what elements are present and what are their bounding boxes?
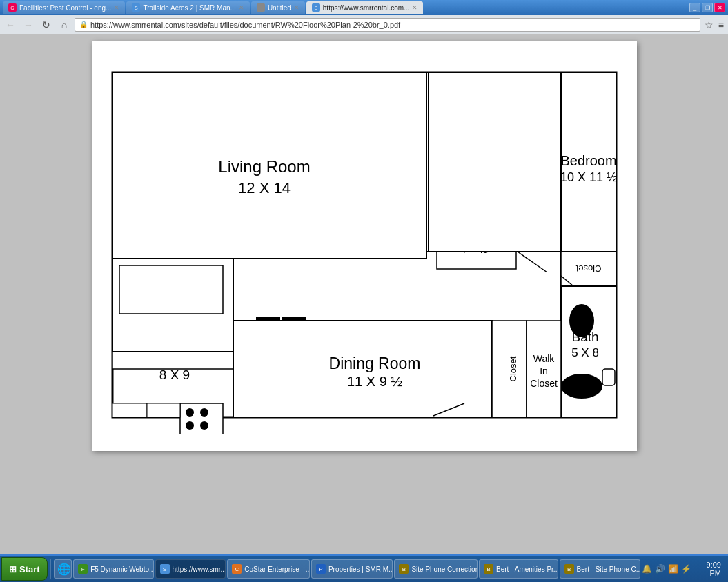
taskbar-bert-phone-item[interactable]: B Bert - Site Phone C...	[560, 559, 641, 579]
svg-point-30	[186, 408, 194, 417]
svg-rect-47	[147, 403, 180, 417]
taskbar-phone-correction-item[interactable]: B Site Phone Correction	[394, 559, 478, 579]
taskbar-properties-item[interactable]: P Properties | SMR M...	[311, 559, 393, 579]
start-logo: ⊞	[9, 564, 17, 574]
tab-1[interactable]: G Facilities: Pest Control - eng... ✕	[3, 1, 125, 14]
tab-4-label: https://www.smrrental.com...	[323, 4, 410, 12]
lock-icon: 🔒	[79, 21, 88, 28]
properties-favicon: P	[316, 564, 326, 574]
smr-favicon: S	[160, 564, 170, 574]
svg-rect-48	[112, 352, 233, 369]
svg-rect-46	[112, 403, 147, 417]
title-bar: G Facilities: Pest Control - eng... ✕ S …	[0, 0, 728, 15]
f5-favicon: F	[78, 564, 88, 574]
svg-rect-28	[119, 265, 223, 314]
start-label: Start	[19, 564, 40, 574]
close-button[interactable]: ✕	[714, 3, 725, 12]
svg-text:10 X 11 ½: 10 X 11 ½	[560, 170, 616, 184]
tab-1-label: Facilities: Pest Control - eng...	[19, 4, 111, 12]
costar-favicon: C	[232, 564, 242, 574]
taskbar: ⊞ Start 🌐 F F5 Dynamic Webto... S https:…	[0, 554, 728, 582]
minimize-button[interactable]: _	[689, 3, 700, 12]
f5-label: F5 Dynamic Webto...	[90, 565, 153, 573]
home-button[interactable]: ⌂	[57, 17, 72, 32]
svg-text:Bedroom: Bedroom	[560, 153, 616, 168]
tray-icon-4: ⚡	[681, 563, 691, 574]
pdf-page: Living Room 12 X 14 Bedroom 10 X 10 Clos…	[92, 41, 637, 451]
tab-3-label: Untitled	[268, 4, 291, 12]
properties-label: Properties | SMR M...	[328, 565, 393, 573]
tray-icon-1: 🔔	[642, 563, 652, 574]
taskbar-costar-item[interactable]: C CoStar Enterprise - ...	[227, 559, 310, 579]
bert-amenities-label: Bert - Amenities Pr...	[496, 565, 558, 573]
taskbar-smr-item[interactable]: S https://www.smr...	[155, 559, 226, 579]
tab-3[interactable]: · Untitled ✕	[251, 1, 305, 14]
menu-icon[interactable]: ≡	[717, 18, 725, 32]
tray-icon-2: 🔊	[655, 563, 665, 574]
svg-text:In: In	[540, 365, 548, 377]
ie-icon: 🌐	[57, 563, 71, 576]
tab-1-favicon: G	[8, 3, 17, 12]
svg-text:Closet: Closet	[530, 378, 558, 389]
forward-button[interactable]: →	[21, 17, 36, 32]
bert-phone-label: Bert - Site Phone C...	[577, 565, 641, 573]
svg-point-31	[200, 408, 208, 417]
bookmark-icon[interactable]: ☆	[703, 18, 715, 32]
svg-text:Closet: Closet	[575, 263, 601, 274]
svg-text:11 X 9 ½: 11 X 9 ½	[346, 374, 402, 389]
bert-phone-favicon: B	[564, 564, 574, 574]
costar-label: CoStar Enterprise - ...	[244, 565, 310, 573]
tabs-container: G Facilities: Pest Control - eng... ✕ S …	[3, 1, 423, 14]
system-clock: 9:09 PM	[694, 561, 724, 577]
refresh-button[interactable]: ↻	[39, 17, 54, 32]
tab-4[interactable]: S https://www.smrrental.com... ✕	[306, 1, 424, 14]
tab-2[interactable]: S Trailside Acres 2 | SMR Man... ✕	[126, 1, 250, 14]
svg-point-24	[569, 304, 594, 337]
taskbar-right: 🔔 🔊 📶 ⚡ 9:09 PM	[642, 561, 727, 577]
window-controls: _ ❐ ✕	[689, 3, 725, 12]
browser-frame: G Facilities: Pest Control - eng... ✕ S …	[0, 0, 728, 582]
content-area: Living Room 12 X 14 Bedroom 10 X 10 Clos…	[0, 34, 728, 554]
restore-button[interactable]: ❐	[702, 3, 713, 12]
navigation-toolbar: ← → ↻ ⌂ 🔒 https://www.smrrental.com/site…	[0, 15, 728, 34]
tab-4-favicon: S	[312, 3, 320, 12]
address-bar[interactable]: 🔒 https://www.smrrental.com/sites/defaul…	[75, 18, 700, 32]
tray-icon-3: 📶	[668, 563, 678, 574]
svg-text:8 X 9: 8 X 9	[159, 368, 189, 382]
phone-label: Site Phone Correction	[411, 565, 478, 573]
tab-2-favicon: S	[132, 3, 140, 12]
toolbar-right: ☆ ≡	[703, 18, 725, 32]
svg-rect-23	[602, 369, 615, 385]
svg-text:Dining Room: Dining Room	[328, 354, 420, 372]
taskbar-bert-amenities-item[interactable]: B Bert - Amenities Pr...	[479, 559, 558, 579]
tab-3-close[interactable]: ✕	[294, 4, 299, 11]
tab-1-close[interactable]: ✕	[114, 4, 119, 11]
start-button[interactable]: ⊞ Start	[1, 557, 48, 581]
tab-4-close[interactable]: ✕	[412, 4, 417, 11]
tab-2-label: Trailside Acres 2 | SMR Man...	[143, 4, 236, 12]
address-text: https://www.smrrental.com/sites/default/…	[90, 21, 400, 29]
taskbar-f5-item[interactable]: F F5 Dynamic Webto...	[73, 559, 153, 579]
svg-text:Walk: Walk	[533, 353, 555, 364]
floor-plan-svg: Living Room 12 X 14 Bedroom 10 X 10 Clos…	[106, 55, 623, 434]
taskbar-ie-icon[interactable]: 🌐	[54, 559, 72, 579]
svg-point-33	[200, 421, 208, 430]
bert-amenities-favicon: B	[484, 564, 493, 574]
svg-point-32	[186, 421, 194, 430]
svg-rect-29	[180, 403, 223, 434]
svg-point-22	[561, 374, 602, 399]
svg-text:5 X 8: 5 X 8	[571, 346, 599, 359]
svg-text:Closet: Closet	[508, 356, 518, 381]
taskbar-separator-1	[50, 559, 51, 579]
tab-2-close[interactable]: ✕	[239, 4, 244, 11]
back-button[interactable]: ←	[3, 17, 18, 32]
tab-3-favicon: ·	[257, 3, 265, 12]
svg-text:12 X 14: 12 X 14	[238, 179, 291, 197]
svg-text:Living Room: Living Room	[218, 157, 310, 176]
smr-label: https://www.smr...	[173, 565, 226, 573]
phone-favicon: B	[399, 564, 409, 574]
